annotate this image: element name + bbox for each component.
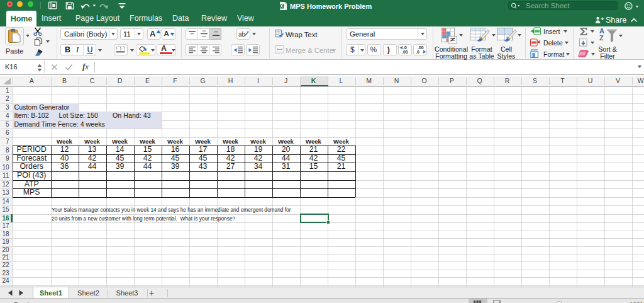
svg-text:4: 4 bbox=[6, 112, 9, 119]
svg-text:12: 12 bbox=[2, 181, 9, 188]
svg-text:Lot Size: 150: Lot Size: 150 bbox=[59, 111, 98, 119]
svg-text:J: J bbox=[284, 77, 287, 84]
svg-text:B: B bbox=[62, 77, 67, 84]
svg-text:.0: .0 bbox=[416, 50, 419, 54]
svg-text:39: 39 bbox=[171, 162, 180, 171]
svg-text:34: 34 bbox=[254, 162, 263, 171]
svg-text:39: 39 bbox=[116, 162, 125, 171]
svg-text:G: G bbox=[200, 77, 205, 84]
svg-text:42: 42 bbox=[309, 154, 318, 163]
svg-text:45: 45 bbox=[116, 154, 125, 163]
svg-text:15: 15 bbox=[143, 145, 152, 154]
svg-text:Forecast: Forecast bbox=[16, 154, 47, 163]
svg-text:Week: Week bbox=[306, 138, 322, 145]
svg-text:22: 22 bbox=[2, 261, 9, 268]
svg-text:45: 45 bbox=[171, 154, 180, 163]
svg-text:Orders: Orders bbox=[19, 162, 43, 171]
svg-text:19: 19 bbox=[2, 238, 9, 245]
svg-text:D: D bbox=[118, 77, 123, 84]
svg-text:7: 7 bbox=[6, 138, 9, 145]
svg-text:MPS: MPS bbox=[23, 188, 40, 197]
svg-text:44: 44 bbox=[282, 154, 291, 163]
svg-text:42: 42 bbox=[143, 154, 152, 163]
svg-text:20 units from a new customer w: 20 units from a new customer with long t… bbox=[52, 215, 236, 222]
svg-text:A: A bbox=[30, 77, 34, 84]
svg-text:Your Sales manager contacts yo: Your Sales manager contacts you in week … bbox=[52, 207, 291, 213]
svg-text:1: 1 bbox=[6, 87, 9, 94]
svg-text:18: 18 bbox=[226, 145, 235, 154]
svg-text:.00: .00 bbox=[402, 50, 408, 54]
svg-text:F: F bbox=[173, 77, 177, 84]
svg-text:20: 20 bbox=[2, 246, 9, 253]
svg-text:43: 43 bbox=[199, 162, 208, 171]
svg-text:36: 36 bbox=[60, 162, 69, 171]
svg-text:Week: Week bbox=[140, 138, 156, 145]
svg-text:Q: Q bbox=[477, 77, 482, 84]
svg-text:P: P bbox=[450, 77, 454, 84]
svg-text:Item: B-102: Item: B-102 bbox=[14, 111, 49, 119]
svg-text:19: 19 bbox=[254, 145, 263, 154]
svg-text:40: 40 bbox=[60, 154, 69, 163]
svg-text:L: L bbox=[340, 77, 343, 84]
svg-text:18: 18 bbox=[2, 231, 9, 237]
svg-text:44: 44 bbox=[88, 162, 97, 171]
svg-text:15: 15 bbox=[309, 162, 318, 171]
svg-text:42: 42 bbox=[254, 154, 263, 163]
svg-text:10: 10 bbox=[2, 164, 9, 171]
svg-text:21: 21 bbox=[337, 162, 346, 171]
svg-text:C: C bbox=[90, 77, 95, 84]
svg-text:17: 17 bbox=[199, 145, 208, 154]
svg-text:W: W bbox=[638, 77, 644, 84]
svg-text:13: 13 bbox=[2, 189, 9, 196]
svg-text:42: 42 bbox=[88, 154, 97, 163]
svg-text:17: 17 bbox=[2, 222, 9, 229]
svg-text:15: 15 bbox=[2, 206, 9, 213]
svg-text:16: 16 bbox=[2, 215, 9, 222]
svg-text:11: 11 bbox=[3, 172, 9, 179]
svg-text:13: 13 bbox=[88, 145, 97, 154]
svg-text:5: 5 bbox=[6, 121, 9, 128]
svg-text:E: E bbox=[145, 77, 150, 84]
svg-text:27: 27 bbox=[226, 162, 235, 171]
svg-text:Week: Week bbox=[278, 138, 294, 145]
svg-text:3: 3 bbox=[6, 104, 9, 111]
svg-text:16: 16 bbox=[171, 145, 180, 154]
svg-text:Week: Week bbox=[223, 138, 239, 145]
svg-text:.00: .00 bbox=[418, 45, 424, 50]
svg-text:PERIOD: PERIOD bbox=[17, 145, 47, 154]
svg-text:Demand Time Fence: 4 weeks: Demand Time Fence: 4 weeks bbox=[14, 120, 105, 128]
svg-text:N: N bbox=[394, 77, 399, 84]
svg-text:14: 14 bbox=[116, 145, 125, 154]
svg-text:Week: Week bbox=[333, 138, 350, 145]
svg-text:M: M bbox=[366, 77, 372, 84]
svg-text:42: 42 bbox=[226, 154, 235, 163]
svg-text:Week: Week bbox=[112, 138, 128, 145]
svg-text:6: 6 bbox=[6, 129, 9, 136]
svg-text:2: 2 bbox=[6, 95, 9, 102]
svg-text:22: 22 bbox=[337, 145, 346, 154]
svg-text:Custom Generator: Custom Generator bbox=[14, 103, 70, 111]
svg-text:45: 45 bbox=[199, 154, 208, 163]
svg-text:21: 21 bbox=[2, 254, 9, 261]
svg-text:K: K bbox=[311, 77, 316, 84]
svg-text:20: 20 bbox=[282, 145, 291, 154]
svg-text:24: 24 bbox=[2, 277, 9, 284]
svg-text:45: 45 bbox=[337, 154, 346, 163]
svg-text:I: I bbox=[257, 77, 259, 84]
svg-text:H: H bbox=[228, 77, 233, 84]
svg-text:31: 31 bbox=[282, 162, 291, 171]
svg-text:T: T bbox=[560, 77, 565, 84]
svg-text:Week: Week bbox=[250, 138, 267, 145]
svg-text:8: 8 bbox=[6, 147, 9, 154]
svg-text:Week: Week bbox=[84, 138, 101, 145]
svg-text:POI (43): POI (43) bbox=[17, 171, 46, 180]
svg-text:R: R bbox=[505, 77, 510, 84]
svg-text:Week: Week bbox=[167, 138, 184, 145]
svg-text:.0: .0 bbox=[403, 45, 407, 50]
svg-text:21: 21 bbox=[309, 145, 318, 154]
svg-text:On Hand: 43: On Hand: 43 bbox=[113, 111, 151, 119]
svg-text:23: 23 bbox=[2, 270, 9, 277]
svg-text:S: S bbox=[533, 77, 537, 84]
svg-text:Week: Week bbox=[195, 138, 211, 145]
svg-text:44: 44 bbox=[143, 162, 152, 171]
